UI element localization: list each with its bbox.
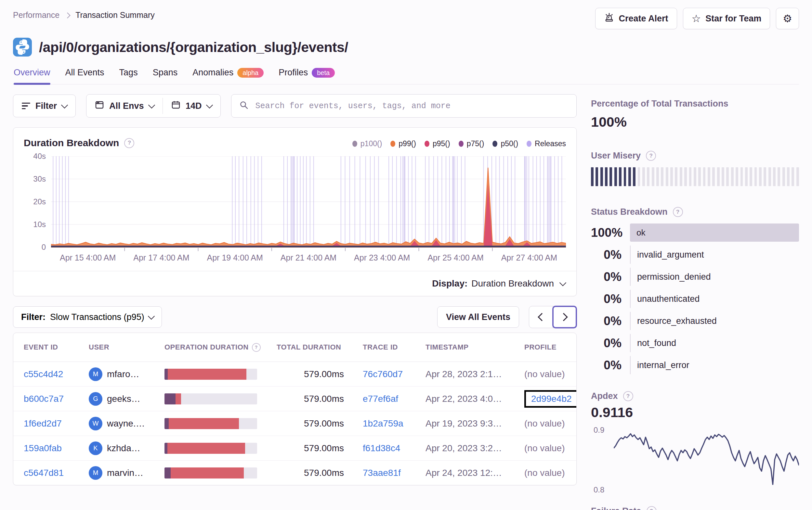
help-icon[interactable]: ?: [252, 343, 261, 352]
misery-segment: [741, 167, 743, 186]
duration-breakdown-card: Duration Breakdown ? p100()p99()p95()p75…: [13, 127, 577, 296]
user-name: marvin…: [107, 468, 143, 478]
tab-badge-beta: beta: [312, 68, 335, 78]
tab-anomalies[interactable]: Anomaliesalpha: [193, 67, 264, 84]
status-percent: 0%: [591, 292, 630, 306]
column-header-trace-id[interactable]: TRACE ID: [363, 343, 426, 352]
legend-item-p95[interactable]: p95(): [425, 139, 450, 148]
tab-profiles[interactable]: Profilesbeta: [279, 67, 335, 84]
y-axis: 40s30s20s10s0: [24, 156, 51, 251]
duration-chart-plot[interactable]: [51, 156, 566, 251]
breadcrumb: Performance Transaction Summary: [13, 10, 155, 20]
event-id-link[interactable]: c5647d81: [24, 468, 64, 478]
chevron-down-icon: [559, 279, 566, 286]
status-percent: 0%: [591, 336, 630, 350]
trace-id-link[interactable]: f61d38c4: [363, 443, 400, 453]
misery-segment: [684, 167, 687, 186]
tab-label: Spans: [153, 67, 178, 78]
misery-segment: [754, 167, 757, 186]
events-toolbar: Filter: Slow Transactions (p95) View All…: [13, 306, 577, 328]
title-row: /api/0/organizations/{organization_slug}…: [13, 38, 799, 57]
profile-cell: (no value): [524, 418, 576, 429]
display-dropdown[interactable]: Display: Duration Breakdown: [13, 271, 576, 296]
user-name: wayne.…: [107, 418, 145, 429]
avatar: M: [89, 367, 103, 381]
misery-segment: [628, 167, 631, 186]
column-header-event-id[interactable]: EVENT ID: [24, 343, 89, 352]
events-table: EVENT IDUSEROPERATION DURATION?TOTAL DUR…: [13, 333, 577, 485]
column-header-profile[interactable]: PROFILE: [524, 343, 576, 352]
apdex-y-bottom-label: 0.8: [593, 485, 604, 494]
misery-segment: [600, 167, 603, 186]
view-all-events-label: View All Events: [446, 312, 510, 322]
event-id-link[interactable]: 159a0fab: [24, 443, 62, 453]
search-input[interactable]: [255, 101, 569, 111]
tab-overview[interactable]: Overview: [13, 67, 50, 84]
op-segment-purple: [165, 418, 169, 429]
star-for-team-button[interactable]: ☆ Star for Team: [683, 8, 771, 29]
view-all-events-button[interactable]: View All Events: [437, 306, 519, 328]
avatar: W: [89, 417, 103, 430]
op-segment-red: [169, 418, 239, 429]
help-icon[interactable]: ?: [646, 151, 656, 161]
legend-item-Releases[interactable]: Releases: [527, 139, 566, 148]
settings-button[interactable]: ⚙: [776, 8, 799, 29]
tab-spans[interactable]: Spans: [153, 67, 178, 84]
status-label: unauthenticated: [637, 294, 699, 304]
trace-id-link[interactable]: 73aae81f: [363, 468, 401, 478]
apdex-sparkline: 0.9 0.8: [591, 427, 799, 492]
user-name: kzhda…: [107, 443, 140, 453]
next-page-button[interactable]: [553, 306, 576, 328]
tab-tags[interactable]: Tags: [119, 67, 138, 84]
environment-dropdown[interactable]: All Envs: [86, 94, 163, 117]
help-icon[interactable]: ?: [646, 506, 657, 510]
trace-id-link[interactable]: e77ef6af: [363, 394, 398, 404]
filter-icon: [22, 103, 30, 110]
user-misery-heading: User Misery ?: [591, 151, 799, 161]
op-segment-red: [167, 443, 245, 454]
apdex-value: 0.9116: [591, 404, 799, 420]
user-cell: Mmfaro…: [89, 367, 165, 381]
help-icon[interactable]: ?: [673, 207, 683, 217]
legend-item-p99[interactable]: p99(): [390, 139, 416, 148]
previous-page-button[interactable]: [529, 306, 553, 328]
trace-id-cell: 76c760d7: [363, 369, 426, 380]
help-icon[interactable]: ?: [623, 391, 633, 401]
trace-id-link[interactable]: 76c760d7: [363, 369, 403, 379]
event-id-link[interactable]: c55c4d42: [24, 369, 63, 379]
misery-segment: [656, 167, 659, 186]
column-header-user[interactable]: USER: [89, 343, 165, 352]
create-alert-button[interactable]: Create Alert: [595, 8, 677, 29]
legend-label: p99(): [399, 139, 416, 148]
event-id-link[interactable]: 1f6ed2d7: [24, 418, 62, 428]
legend-item-p75[interactable]: p75(): [459, 139, 484, 148]
calendar-icon: [171, 100, 180, 112]
table-row: c5647d81Mmarvin…579.00ms73aae81fApr 24, …: [13, 461, 576, 485]
filter-dropdown[interactable]: Filter: [13, 94, 76, 117]
events-filter-dropdown[interactable]: Filter: Slow Transactions (p95): [13, 306, 162, 328]
x-tick-label: Apr 17 4:00 AM: [124, 253, 198, 263]
legend-item-p100[interactable]: p100(): [352, 139, 382, 148]
status-row-resource_exhausted: 0%resource_exhausted: [591, 312, 799, 330]
tab-label: Tags: [119, 67, 138, 78]
column-header-total-duration[interactable]: TOTAL DURATION: [277, 343, 363, 352]
date-range-dropdown[interactable]: 14D: [163, 94, 221, 117]
misery-segment: [735, 167, 738, 186]
search-icon: [239, 100, 249, 112]
events-filter-value: Slow Transactions (p95): [50, 312, 144, 322]
column-header-operation-duration[interactable]: OPERATION DURATION?: [165, 343, 277, 352]
misery-segment: [666, 167, 668, 186]
chevron-right-icon: [559, 313, 568, 321]
total-duration-cell: 579.00ms: [277, 418, 363, 429]
breadcrumb-current: Transaction Summary: [76, 10, 155, 20]
event-id-link[interactable]: b600c7a7: [24, 394, 64, 404]
column-header-timestamp[interactable]: TIMESTAMP: [426, 343, 524, 352]
trace-id-link[interactable]: 1b2a759a: [363, 418, 403, 428]
breadcrumb-performance[interactable]: Performance: [13, 10, 59, 20]
legend-item-p50[interactable]: p50(): [492, 139, 518, 148]
user-cell: Wwayne.…: [89, 417, 165, 430]
help-icon[interactable]: ?: [124, 138, 134, 148]
status-label: not_found: [637, 338, 676, 348]
tab-all-events[interactable]: All Events: [65, 67, 104, 84]
profile-link[interactable]: 2d99e4b2: [531, 394, 572, 404]
